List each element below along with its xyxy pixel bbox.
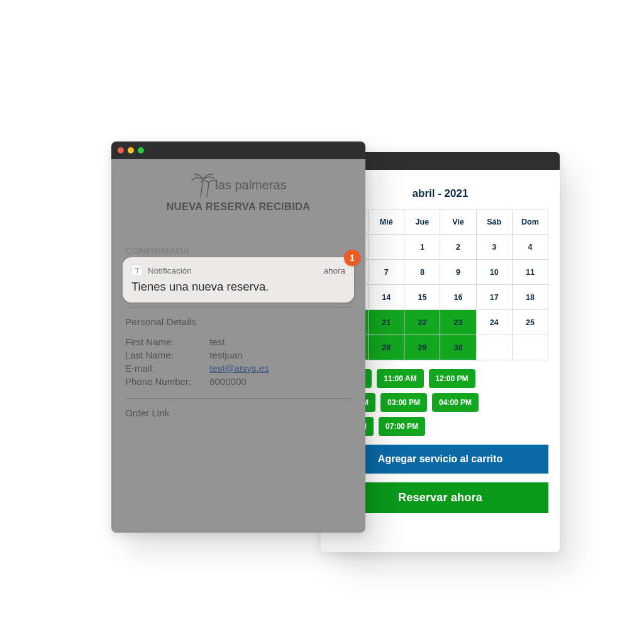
notification-toast[interactable]: 1 Notificación ahora Tienes una nueva re…: [123, 257, 354, 303]
calendar-day[interactable]: 24: [476, 310, 512, 335]
time-slot[interactable]: 11:00 AM: [377, 369, 423, 388]
calendar-day[interactable]: 8: [404, 260, 440, 285]
weekday-label: Sáb: [476, 209, 512, 235]
weekday-label: Jue: [404, 209, 440, 235]
calendar-day[interactable]: 15: [404, 285, 440, 310]
field-value: 6000000: [209, 376, 246, 387]
notification-body: Tienes una nueva reserva.: [131, 280, 345, 294]
calendar-day[interactable]: 10: [476, 260, 512, 285]
email-heading: NUEVA RESERVA RECIBIDA: [125, 201, 352, 213]
status-label: CONFIRMADA: [125, 245, 352, 256]
section-title: Personal Details: [125, 316, 352, 328]
personal-details-section: Personal Details First Name: test Last N…: [125, 307, 352, 387]
email-link[interactable]: test@atsys.es: [209, 363, 269, 374]
palm-tree-icon: [190, 173, 216, 198]
calendar-day[interactable]: 4: [512, 235, 548, 260]
brand-name: las palmeras: [215, 178, 286, 192]
calendar-day[interactable]: 23: [440, 310, 476, 335]
calendar-day[interactable]: 28: [369, 335, 404, 360]
email-body: las palmeras NUEVA RESERVA RECIBIDA CONF…: [111, 159, 365, 533]
time-slot[interactable]: 04:00 PM: [432, 393, 479, 412]
field-label: First Name:: [125, 336, 207, 347]
notification-app-label: Notificación: [148, 266, 192, 275]
weekday-label: Vie: [440, 209, 476, 235]
weekday-label: Dom: [512, 209, 548, 235]
calendar-day[interactable]: 17: [476, 285, 512, 310]
calendar-day[interactable]: 25: [512, 310, 548, 335]
field-label: E-mail:: [125, 363, 207, 374]
email-window: las palmeras NUEVA RESERVA RECIBIDA CONF…: [111, 142, 365, 533]
window-close-icon[interactable]: [118, 147, 124, 153]
calendar-day: [369, 235, 404, 260]
calendar-day[interactable]: 2: [440, 235, 476, 260]
weekday-label: Mié: [369, 209, 404, 235]
calendar-day[interactable]: 18: [512, 285, 548, 310]
calendar-day[interactable]: 1: [404, 235, 440, 260]
calendar-day[interactable]: 7: [369, 260, 404, 285]
field-value: test: [209, 336, 225, 347]
notification-badge: 1: [344, 250, 360, 266]
calendar-day[interactable]: 9: [440, 260, 476, 285]
field-label: Phone Number:: [125, 376, 207, 387]
order-link-section: Order Link: [125, 398, 352, 418]
calendar-day[interactable]: 30: [440, 335, 476, 360]
window-zoom-icon[interactable]: [138, 147, 144, 153]
section-title: Order Link: [125, 408, 352, 418]
window-minimize-icon[interactable]: [128, 147, 134, 153]
calendar-day: [512, 335, 548, 360]
brand-logo: las palmeras: [125, 173, 352, 198]
calendar-day[interactable]: 11: [512, 260, 548, 285]
calendar-day[interactable]: 14: [369, 285, 404, 310]
calendar-day[interactable]: 16: [440, 285, 476, 310]
calendar-day[interactable]: 3: [476, 235, 512, 260]
time-slot[interactable]: 07:00 PM: [379, 417, 425, 436]
field-label: Last Name:: [125, 350, 207, 360]
notification-app-icon: [131, 265, 143, 276]
calendar-day[interactable]: 22: [404, 310, 440, 335]
calendar-day: [476, 335, 512, 360]
time-slot[interactable]: 12:00 PM: [429, 369, 475, 388]
notification-time: ahora: [323, 266, 345, 275]
calendar-day[interactable]: 29: [404, 335, 440, 360]
time-slot[interactable]: 03:00 PM: [380, 393, 427, 412]
field-value: testjuan: [209, 350, 243, 360]
palm-tree-icon: [133, 267, 141, 274]
titlebar: [111, 142, 365, 159]
calendar-day[interactable]: 21: [369, 310, 404, 335]
